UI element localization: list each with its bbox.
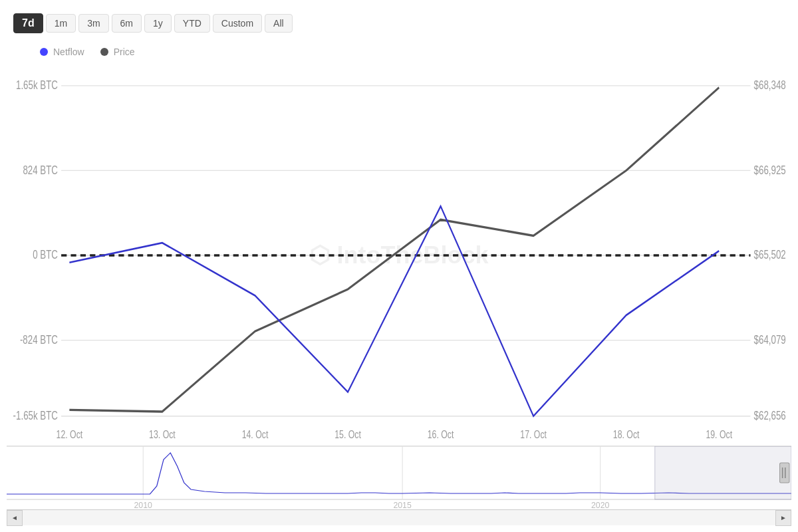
navigator-scrollbar: ◄ ► (7, 509, 791, 525)
time-btn-1m[interactable]: 1m (46, 14, 76, 33)
svg-text:19. Oct: 19. Oct (706, 429, 732, 441)
price-label: Price (114, 47, 135, 57)
time-btn-6m[interactable]: 6m (112, 14, 142, 33)
time-btn-all[interactable]: All (265, 14, 293, 33)
svg-text:-1.65k BTC: -1.65k BTC (13, 409, 58, 422)
scroll-left-btn[interactable]: ◄ (7, 510, 23, 526)
svg-text:17. Oct: 17. Oct (520, 429, 547, 441)
svg-text:0 BTC: 0 BTC (33, 249, 58, 261)
scroll-right-btn[interactable]: ► (775, 510, 791, 526)
main-chart-area: ⬡ IntoTheBlock 1.65k BTC 824 BTC 0 BTC (7, 68, 791, 443)
svg-text:1.65k BTC: 1.65k BTC (16, 78, 58, 91)
legend-netflow: Netflow (40, 47, 84, 57)
svg-text:13. Oct: 13. Oct (149, 429, 176, 441)
time-btn-custom[interactable]: Custom (213, 14, 262, 33)
chart-legend: Netflow Price (7, 47, 791, 57)
price-line (69, 88, 719, 412)
svg-text:824 BTC: 824 BTC (23, 164, 58, 176)
svg-text:12. Oct: 12. Oct (57, 429, 83, 441)
time-btn-ytd[interactable]: YTD (174, 14, 210, 33)
svg-text:2010: 2010 (134, 501, 153, 510)
time-range-selector: 7d1m3m6m1yYTDCustomAll (7, 13, 791, 33)
time-btn-7d[interactable]: 7d (13, 13, 43, 33)
legend-price: Price (100, 47, 135, 57)
main-chart-svg: 1.65k BTC 824 BTC 0 BTC -824 BTC -1.65k … (7, 68, 791, 443)
svg-text:$62,656: $62,656 (754, 409, 786, 422)
chart-svg-container: 1.65k BTC 824 BTC 0 BTC -824 BTC -1.65k … (7, 68, 791, 443)
svg-text:14. Oct: 14. Oct (242, 429, 269, 441)
netflow-line (69, 206, 719, 416)
time-btn-1y[interactable]: 1y (144, 14, 172, 33)
svg-text:15. Oct: 15. Oct (334, 429, 361, 441)
netflow-label: Netflow (53, 47, 84, 57)
chart-wrapper: ⬡ IntoTheBlock 1.65k BTC 824 BTC 0 BTC (7, 68, 791, 525)
svg-text:$66,925: $66,925 (754, 164, 786, 176)
svg-text:-824 BTC: -824 BTC (20, 333, 58, 346)
svg-text:16. Oct: 16. Oct (428, 429, 454, 441)
main-container: 7d1m3m6m1yYTDCustomAll Netflow Price ⬡ I… (0, 0, 798, 532)
svg-text:2020: 2020 (591, 501, 610, 510)
netflow-dot (40, 48, 48, 56)
svg-rect-33 (780, 463, 789, 483)
scroll-track[interactable] (23, 510, 775, 525)
navigator: 2010 2015 2020 ◄ ► (7, 446, 791, 525)
price-dot (100, 48, 108, 56)
svg-rect-32 (655, 446, 791, 499)
navigator-svg: 2010 2015 2020 (7, 446, 791, 510)
svg-text:$64,079: $64,079 (754, 333, 786, 346)
svg-text:18. Oct: 18. Oct (613, 429, 640, 441)
svg-text:$68,348: $68,348 (754, 78, 786, 91)
svg-text:$65,502: $65,502 (754, 249, 786, 261)
time-btn-3m[interactable]: 3m (78, 14, 108, 33)
svg-text:2015: 2015 (393, 501, 412, 510)
